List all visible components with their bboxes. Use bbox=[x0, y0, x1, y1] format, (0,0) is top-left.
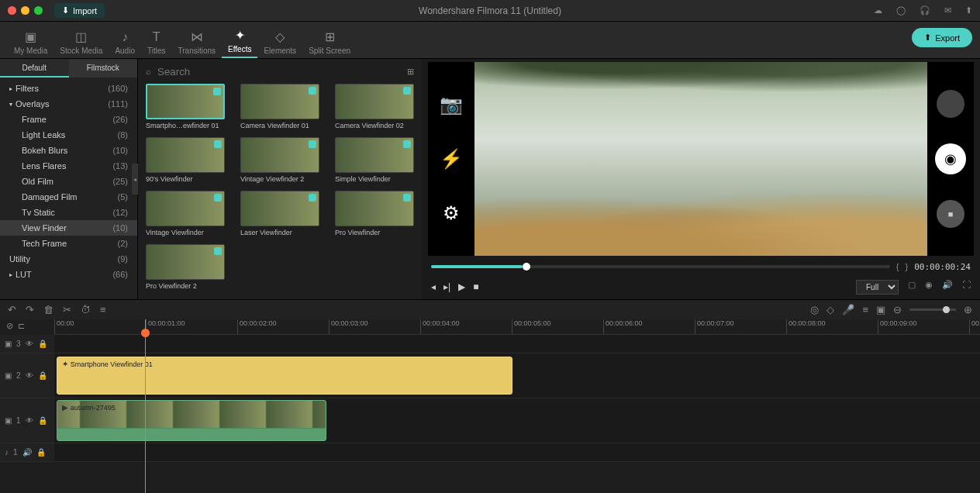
minimize-window-button[interactable] bbox=[21, 6, 29, 15]
close-window-button[interactable] bbox=[8, 6, 16, 15]
display-icon[interactable]: ▢ bbox=[908, 280, 916, 295]
ruler-mark: 00:00:07:00 bbox=[695, 319, 734, 334]
timeline-ruler[interactable]: 00:0000:00:01:0000:00:02:0000:00:03:0000… bbox=[54, 319, 980, 335]
tab-transitions[interactable]: ⋈Transitions bbox=[172, 26, 223, 58]
playhead[interactable] bbox=[145, 319, 146, 493]
visibility-icon[interactable]: 👁 bbox=[26, 340, 33, 348]
effect-item[interactable]: Pro Viewfinder 2 bbox=[146, 244, 225, 290]
mark-out-button[interactable]: } bbox=[905, 262, 908, 271]
split-button[interactable]: ✂ bbox=[63, 304, 71, 315]
stock-icon: ◫ bbox=[75, 29, 87, 44]
export-button[interactable]: ⬆ Export bbox=[912, 28, 972, 47]
filter-overlays[interactable]: Overlays(111) bbox=[0, 96, 137, 112]
upload-icon[interactable]: ⬆ bbox=[965, 5, 972, 16]
headset-icon[interactable]: 🎧 bbox=[920, 5, 930, 16]
undo-button[interactable]: ↶ bbox=[8, 304, 16, 315]
tab-elements[interactable]: ◇Elements bbox=[257, 26, 302, 58]
mixer-button[interactable]: ≡ bbox=[862, 304, 868, 315]
split-icon: ⊞ bbox=[325, 29, 335, 44]
lock-icon[interactable]: 🔒 bbox=[38, 371, 47, 380]
timeline-toolbar: ↶ ↷ 🗑 ✂ ⏱ ≡ ◎ ◇ 🎤 ≡ ▣ ⊖ ⊕ bbox=[0, 299, 980, 319]
preview-viewport[interactable]: 📷 ⚡ ⚙ ◉ ■ bbox=[428, 62, 974, 256]
effect-thumbnail bbox=[146, 191, 225, 226]
play-button[interactable]: ▶ bbox=[458, 281, 465, 292]
tab-my-media[interactable]: ▣My Media bbox=[8, 26, 53, 58]
lock-icon[interactable]: 🔒 bbox=[38, 416, 47, 425]
effect-name: Pro Viewfinder 2 bbox=[146, 282, 225, 290]
track-header-spacer[interactable]: ⊘ ⊏ bbox=[6, 321, 25, 331]
zoom-in-button[interactable]: ⊕ bbox=[964, 304, 972, 315]
tab-stock-media[interactable]: ◫Stock Media bbox=[53, 26, 109, 58]
effect-thumbnail bbox=[335, 84, 414, 119]
timeline[interactable]: ⊘ ⊏ 00:0000:00:01:0000:00:02:0000:00:03:… bbox=[0, 319, 980, 493]
sidebar-tab-default[interactable]: Default bbox=[0, 59, 69, 78]
zoom-slider[interactable] bbox=[909, 309, 956, 311]
effect-item[interactable]: Smartpho…ewfinder 01 bbox=[146, 84, 225, 129]
effect-thumbnail bbox=[335, 137, 414, 173]
tab-audio[interactable]: ♪Audio bbox=[109, 27, 141, 58]
filter-view-finder[interactable]: View Finder(10) bbox=[0, 220, 137, 236]
record-button[interactable]: ◇ bbox=[826, 304, 834, 315]
mute-icon[interactable]: 🔊 bbox=[22, 448, 32, 457]
filter-bokeh-blurs[interactable]: Bokeh Blurs(10) bbox=[0, 143, 137, 158]
search-input[interactable] bbox=[157, 66, 401, 78]
snap-toggle-icon[interactable]: ⊏ bbox=[18, 321, 25, 331]
progress-slider[interactable] bbox=[431, 265, 890, 268]
effect-clip[interactable]: ✦ Smartphone Viewfinder 01 bbox=[57, 357, 512, 395]
tab-split-screen[interactable]: ⊞Split Screen bbox=[302, 26, 357, 58]
next-frame-button[interactable]: ▸| bbox=[443, 281, 450, 292]
collapse-sidebar-button[interactable]: ◂ bbox=[132, 164, 138, 195]
quality-select[interactable]: Full bbox=[856, 280, 899, 295]
fullscreen-icon[interactable]: ⛶ bbox=[962, 280, 971, 295]
filter-old-film[interactable]: Old Film(25) bbox=[0, 174, 137, 189]
effect-item[interactable]: Camera Viewfinder 01 bbox=[240, 84, 319, 129]
track-type-icon: ▣ bbox=[5, 371, 12, 380]
sidebar-tab-filmstock[interactable]: Filmstock bbox=[69, 59, 138, 78]
snapshot-icon[interactable]: ◉ bbox=[925, 280, 933, 295]
effect-item[interactable]: Camera Viewfinder 02 bbox=[335, 84, 414, 129]
stop-button[interactable]: ■ bbox=[473, 281, 478, 292]
delete-button[interactable]: 🗑 bbox=[43, 304, 53, 315]
zoom-out-button[interactable]: ⊖ bbox=[893, 304, 902, 315]
maximize-window-button[interactable] bbox=[34, 6, 43, 15]
video-clip[interactable]: ▶ autumn-27495 bbox=[57, 400, 326, 441]
cloud-icon[interactable]: ☁ bbox=[874, 5, 882, 16]
prev-frame-button[interactable]: ◂ bbox=[431, 281, 436, 292]
grid-view-icon[interactable]: ⊞ bbox=[407, 67, 414, 77]
mail-icon[interactable]: ✉ bbox=[944, 5, 951, 16]
redo-button[interactable]: ↷ bbox=[26, 304, 34, 315]
tab-effects[interactable]: ✦Effects bbox=[222, 25, 257, 58]
effect-icon: ✦ bbox=[62, 360, 68, 368]
search-icon: ⌕ bbox=[146, 67, 151, 76]
filter-light-leaks[interactable]: Light Leaks(8) bbox=[0, 127, 137, 143]
effect-item[interactable]: 90's Viewfinder bbox=[146, 137, 225, 183]
filter-utility[interactable]: Utility(9) bbox=[0, 251, 137, 267]
voiceover-button[interactable]: 🎤 bbox=[842, 304, 854, 315]
effect-item[interactable]: Simple Viewfinder bbox=[335, 137, 414, 183]
menu-button[interactable]: ≡ bbox=[100, 304, 106, 315]
import-button[interactable]: ⬇ Import bbox=[54, 3, 105, 18]
lock-icon[interactable]: 🔒 bbox=[38, 340, 47, 348]
filter-tech-frame[interactable]: Tech Frame(2) bbox=[0, 236, 137, 251]
mark-in-button[interactable]: { bbox=[896, 262, 899, 271]
tab-titles[interactable]: TTitles bbox=[141, 27, 172, 58]
effect-item[interactable]: Vintage Viewfinder bbox=[146, 191, 225, 236]
filter-frame[interactable]: Frame(26) bbox=[0, 112, 137, 127]
visibility-icon[interactable]: 👁 bbox=[26, 371, 33, 380]
crop-button[interactable]: ▣ bbox=[876, 304, 885, 315]
effect-item[interactable]: Vintage Viewfinder 2 bbox=[240, 137, 319, 183]
lock-icon[interactable]: 🔒 bbox=[36, 448, 46, 457]
account-icon[interactable]: ◯ bbox=[896, 5, 906, 16]
visibility-icon[interactable]: 👁 bbox=[26, 416, 33, 425]
marker-button[interactable]: ◎ bbox=[810, 304, 819, 315]
filter-lut[interactable]: LUT(66) bbox=[0, 267, 137, 282]
speed-button[interactable]: ⏱ bbox=[81, 304, 91, 315]
filter-lens-flares[interactable]: Lens Flares(13) bbox=[0, 158, 137, 174]
volume-icon[interactable]: 🔊 bbox=[942, 280, 953, 295]
effect-item[interactable]: Laser Viewfinder bbox=[240, 191, 319, 236]
effect-item[interactable]: Pro Viewfinder bbox=[335, 191, 414, 236]
link-toggle-icon[interactable]: ⊘ bbox=[6, 321, 13, 331]
filter-filters[interactable]: Filters(160) bbox=[0, 81, 137, 96]
filter-tv-static[interactable]: Tv Static(12) bbox=[0, 205, 137, 220]
filter-damaged-film[interactable]: Damaged Film(5) bbox=[0, 189, 137, 205]
